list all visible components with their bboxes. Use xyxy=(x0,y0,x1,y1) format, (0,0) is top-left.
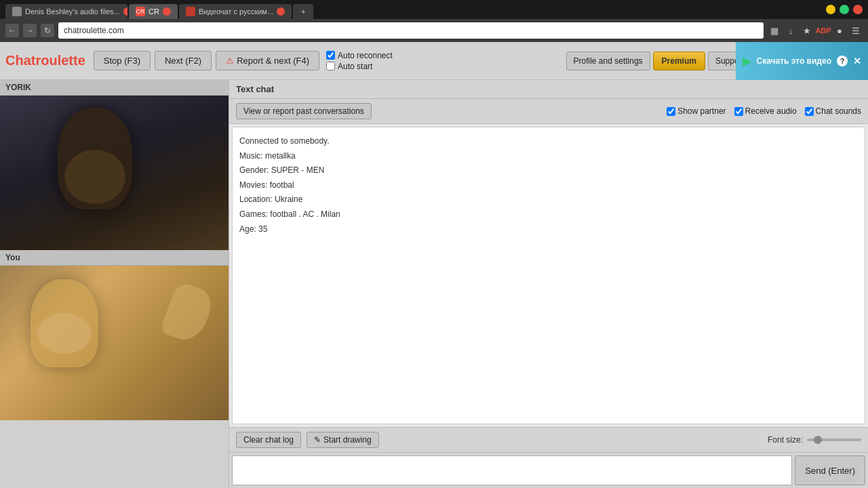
browser-titlebar: Denis Beshley's audio files... CR CR Вид… xyxy=(0,0,868,19)
tab-label-cr: CR xyxy=(149,7,159,16)
menu-icon[interactable]: ☰ xyxy=(849,24,863,37)
screenshot-icon[interactable]: ▦ xyxy=(768,24,781,37)
tab-favicon-cr: CR xyxy=(136,7,145,16)
download-icon[interactable]: ↓ xyxy=(784,24,797,37)
new-tab-icon: + xyxy=(301,7,305,16)
minimize-button[interactable] xyxy=(826,5,835,14)
chat-input[interactable] xyxy=(232,455,792,485)
window-controls xyxy=(826,5,863,14)
download-help-icon[interactable]: ? xyxy=(837,56,848,66)
tab-close-cr[interactable] xyxy=(163,7,171,16)
app-header: Chatroulette Stop (F3) Next (F2) ⚠ Repor… xyxy=(0,42,868,80)
download-label: Скачать это видео xyxy=(756,56,831,66)
adblock-icon[interactable]: ABP xyxy=(816,24,830,37)
chat-messages: Connected to somebody. Music: metallka G… xyxy=(232,127,865,424)
chat-bottom-left: Clear chat log ✎ Start drawing xyxy=(236,432,379,448)
chat-toolbar: View or report past conversations Show p… xyxy=(229,99,868,124)
download-close-icon[interactable]: ✕ xyxy=(853,56,861,66)
tab-videochat[interactable]: Видеочат с русским... xyxy=(179,4,292,19)
profile-button[interactable]: Profile and settings xyxy=(566,52,650,70)
close-button[interactable] xyxy=(853,5,863,14)
tab-favicon-videochat xyxy=(186,7,195,16)
show-partner-checkbox[interactable] xyxy=(667,107,675,116)
partner-video-frame xyxy=(0,96,229,250)
font-size-control: Font size: xyxy=(768,435,861,445)
chat-input-area: Send (Enter) xyxy=(229,452,868,488)
chat-sounds-option: Chat sounds xyxy=(805,106,861,116)
auto-reconnect-label: Auto reconnect xyxy=(338,51,393,60)
address-bar[interactable]: chatroulette.com xyxy=(58,22,764,39)
tab-label-videochat: Видеочат с русским... xyxy=(199,7,273,16)
show-partner-label: Show partner xyxy=(677,106,726,116)
start-drawing-label: Start drawing xyxy=(323,435,372,445)
forward-button[interactable]: → xyxy=(23,24,37,37)
message-gender: Gender: SUPER - MEN xyxy=(239,163,858,178)
auto-reconnect-row: Auto reconnect xyxy=(326,51,393,60)
receive-audio-label: Receive audio xyxy=(745,106,797,116)
report-icon: ⚠ xyxy=(226,56,234,66)
message-music: Music: metallka xyxy=(239,149,858,164)
report-label: Report & next (F4) xyxy=(237,56,309,66)
chat-sounds-label: Chat sounds xyxy=(816,106,861,116)
self-label: You xyxy=(0,250,229,266)
font-size-label: Font size: xyxy=(768,435,803,445)
tab-cr[interactable]: CR CR xyxy=(129,4,178,19)
premium-button[interactable]: Premium xyxy=(653,52,705,70)
clear-log-button[interactable]: Clear chat log xyxy=(236,432,301,448)
send-button[interactable]: Send (Enter) xyxy=(795,455,865,485)
tab-label-audio: Denis Beshley's audio files... xyxy=(25,7,120,16)
main-content: YORIK You xyxy=(0,80,868,488)
message-connected: Connected to somebody. xyxy=(239,134,858,149)
self-video xyxy=(0,266,229,420)
font-slider-thumb[interactable] xyxy=(814,436,822,444)
left-panel: YORIK You xyxy=(0,80,229,488)
chat-options: Show partner Receive audio Chat sounds xyxy=(667,106,861,116)
receive-audio-checkbox[interactable] xyxy=(734,107,743,116)
app-container: Chatroulette Stop (F3) Next (F2) ⚠ Repor… xyxy=(0,42,868,488)
tab-audio-files[interactable]: Denis Beshley's audio files... xyxy=(5,4,127,19)
tab-favicon-audio xyxy=(12,7,22,16)
refresh-button[interactable]: ↻ xyxy=(41,24,54,37)
receive-audio-option: Receive audio xyxy=(734,106,797,116)
drawing-icon: ✎ xyxy=(314,435,321,445)
message-location: Location: Ukraine xyxy=(239,192,858,207)
chat-bottom-toolbar: Clear chat log ✎ Start drawing Font size… xyxy=(229,427,868,452)
view-report-button[interactable]: View or report past conversations xyxy=(236,103,372,119)
partner-label: YORIK xyxy=(0,80,229,96)
toolbar-icons: ▦ ↓ ★ ABP ● ☰ xyxy=(768,24,863,37)
font-size-slider[interactable] xyxy=(807,439,861,441)
auto-options: Auto reconnect Auto start xyxy=(326,51,393,71)
browser-toolbar: ← → ↻ chatroulette.com ▦ ↓ ★ ABP ● ☰ xyxy=(0,19,868,42)
app-logo: Chatroulette xyxy=(5,53,85,68)
extension-icon[interactable]: ● xyxy=(833,24,846,37)
start-drawing-button[interactable]: ✎ Start drawing xyxy=(307,432,379,448)
report-next-button[interactable]: ⚠ Report & next (F4) xyxy=(216,51,319,70)
maximize-button[interactable] xyxy=(840,5,849,14)
chat-sounds-checkbox[interactable] xyxy=(805,107,814,116)
auto-start-checkbox[interactable] xyxy=(326,62,335,70)
tab-close-audio[interactable] xyxy=(123,7,127,16)
message-age: Age: 35 xyxy=(239,222,858,237)
message-movies: Movies: footbal xyxy=(239,178,858,193)
new-tab-button[interactable]: + xyxy=(293,4,313,19)
download-banner: ▶ Скачать это видео ? ✕ xyxy=(736,42,868,80)
bookmark-icon[interactable]: ★ xyxy=(800,24,814,37)
chat-header: Text chat xyxy=(229,80,868,99)
message-games: Games: football . AC . Milan xyxy=(239,207,858,222)
right-panel: Text chat View or report past conversati… xyxy=(229,80,868,488)
download-play-icon: ▶ xyxy=(743,55,751,68)
auto-reconnect-checkbox[interactable] xyxy=(326,51,335,60)
self-video-frame xyxy=(0,266,229,420)
browser-tabs: Denis Beshley's audio files... CR CR Вид… xyxy=(5,0,313,19)
stop-button[interactable]: Stop (F3) xyxy=(94,51,151,70)
partner-video xyxy=(0,96,229,250)
address-text: chatroulette.com xyxy=(64,26,124,35)
next-button[interactable]: Next (F2) xyxy=(155,51,212,70)
auto-start-row: Auto start xyxy=(326,62,393,71)
auto-start-label: Auto start xyxy=(338,62,372,71)
back-button[interactable]: ← xyxy=(5,24,19,37)
show-partner-option: Show partner xyxy=(667,106,726,116)
tab-close-videochat[interactable] xyxy=(277,7,285,16)
